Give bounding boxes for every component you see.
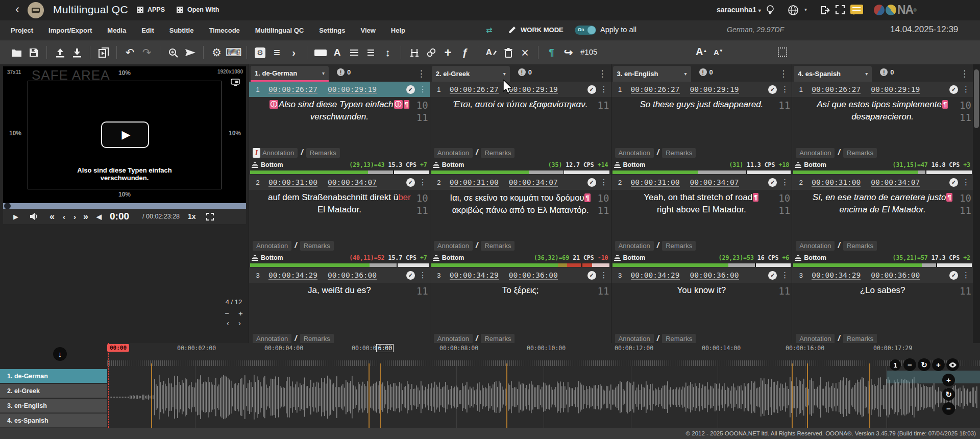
annotation-link[interactable]: Annotation [253,334,291,344]
row-menu-icon[interactable]: ⋮ [781,271,789,280]
tc-out[interactable]: 00:00:34:07 [871,178,920,187]
prev-frame-icon[interactable]: ‹ [63,212,65,221]
approve-check-icon[interactable]: ✓ [406,178,415,187]
wave-zoom-reset-icon[interactable]: ↻ [942,388,955,401]
approve-check-icon[interactable]: ✓ [949,178,958,187]
wave-zoom-out-icon[interactable]: − [942,402,955,415]
menu-timecode[interactable]: Timecode [201,27,247,34]
subtitle-text[interactable]: Sí, en ese tramo de carretera justo¶ enc… [792,190,973,239]
annotation-link[interactable]: Annotation [615,241,654,251]
subtitle-text[interactable]: ¿Lo sabes? 11 [792,283,973,332]
send-icon[interactable] [183,46,197,60]
menu-import-export[interactable]: Import/Export [41,27,100,34]
subtitle-text[interactable]: Έτσι, αυτοί οι τύποι εξαφανίστηκαν. 11 [430,97,611,146]
approve-check-icon[interactable]: ✓ [587,271,596,280]
row-menu-icon[interactable]: ⋮ [962,85,970,94]
wave-zoom-in-icon[interactable]: + [942,374,955,386]
list-menu-icon[interactable]: ≡ [270,46,284,60]
annotation-link[interactable]: Annotation [434,148,473,158]
remarks-link[interactable]: Remarks [662,241,696,251]
tc-in[interactable]: 00:00:34:29 [631,271,680,280]
download-icon[interactable] [70,46,84,60]
play-overlay-button[interactable]: ▶ [101,121,149,148]
row-menu-icon[interactable]: ⋮ [962,178,970,187]
approve-check-icon[interactable]: ✓ [587,85,596,94]
menu-multilingual-qc[interactable]: Multilingual QC [248,27,311,34]
trash-icon[interactable] [501,46,515,60]
approve-check-icon[interactable]: ✓ [768,85,777,94]
row-menu-icon[interactable]: ⋮ [419,178,427,187]
tc-in[interactable]: 00:00:31:00 [631,178,680,187]
volume-icon[interactable] [30,212,38,221]
remarks-link[interactable]: Remarks [481,241,514,251]
settings-gear-icon[interactable]: ⚙ [210,46,224,60]
auto-settings-icon[interactable]: ⚙ [253,46,267,60]
italic-format-icon[interactable]: ƒ [458,46,472,60]
apply-to-all-label[interactable]: Apply to all [600,26,636,34]
row-menu-icon[interactable]: ⋮ [781,85,789,94]
merge-icon[interactable] [407,46,421,60]
tc-out[interactable]: 00:00:29:19 [328,85,377,94]
track-de-german[interactable]: 1. de-German [0,369,107,383]
step-back-icon[interactable]: ◀ [96,213,102,221]
annotation-link[interactable]: Annotation [434,241,473,251]
language-select[interactable]: 1. de-German▾ [251,66,329,82]
globe-icon[interactable] [788,5,799,16]
remarks-link[interactable]: Remarks [662,334,696,344]
collapse-timeline-icon[interactable]: ↓ [53,347,67,361]
subtitle-block[interactable] [887,371,980,383]
font-decrease-icon[interactable]: A▼ [714,48,723,57]
remarks-link[interactable]: Remarks [843,148,877,158]
annotation-link[interactable]: Annotation [434,334,473,344]
tc-in[interactable]: 00:00:31:00 [812,178,861,187]
wrap-text-icon[interactable]: ↪ [561,46,575,60]
tc-in[interactable]: 00:00:34:29 [812,271,861,280]
remarks-link[interactable]: Remarks [481,334,514,344]
rewind-icon[interactable]: « [50,211,55,222]
language-select[interactable]: 3. en-English▾ [613,66,691,82]
remarks-link[interactable]: Remarks [481,148,514,158]
chevron-down-icon[interactable]: ▾ [804,7,807,12]
tc-out[interactable]: 00:00:36:00 [690,271,739,280]
row-menu-icon[interactable]: ⋮ [419,85,427,94]
media-document-icon[interactable] [96,46,110,60]
approve-check-icon[interactable]: ✓ [768,178,777,187]
menu-media[interactable]: Media [100,27,134,34]
annotation-link[interactable]: Annotation [259,148,298,158]
vertical-position-icon[interactable]: ↕ [381,46,395,60]
page-prev-icon[interactable]: ‹ [227,319,229,327]
menu-help[interactable]: Help [383,27,413,34]
track-en-english[interactable]: 3. en-English [0,399,107,413]
find-replace-icon[interactable] [166,46,180,60]
annotation-link[interactable]: Annotation [796,241,835,251]
menu-subtitle[interactable]: Subtitle [162,27,202,34]
font-increase-icon[interactable]: A▲ [696,46,707,58]
timeline-zoom-out-icon[interactable]: − [903,358,916,371]
edit-text-icon[interactable]: A [484,46,498,60]
subtitle-text[interactable]: Así que estos tipos simplemente¶ desapar… [792,97,973,146]
tc-out[interactable]: 00:00:29:19 [690,85,739,94]
upload-icon[interactable] [53,46,67,60]
open-with-menu[interactable]: Open With [177,6,219,13]
expand-more-icon[interactable]: › [287,46,301,60]
remarks-link[interactable]: Remarks [662,148,696,158]
playback-speed[interactable]: 1x [188,212,196,221]
row-menu-icon[interactable]: ⋮ [600,85,608,94]
tc-out[interactable]: 00:00:34:07 [328,178,377,187]
page-next-icon[interactable]: › [238,319,241,327]
subtitle-text[interactable]: Yeah, on that stretch of road¶ right abo… [611,190,792,239]
columns-scrollbar[interactable] [973,64,980,343]
subtitle-text[interactable]: Το ξέρεις; 11 [430,283,611,332]
connector-icon[interactable]: ⇄ [486,26,493,35]
remarks-link[interactable]: Remarks [843,241,877,251]
tc-in[interactable]: 00:00:31:00 [268,178,317,187]
language-select[interactable]: 2. el-Greek▾ [432,66,510,82]
keyboard-icon[interactable]: ⌨ [227,46,240,60]
subtitle-text[interactable]: Ja, weißt du es? 11 [249,283,430,332]
pencil-icon[interactable] [508,26,517,34]
tc-out[interactable]: 00:00:36:00 [328,271,377,280]
timeline-content[interactable]: 00:00:02:00 00:00:04:00 00:00:06:00 00:0… [107,343,980,428]
row-menu-icon[interactable]: ⋮ [781,178,789,187]
tc-in[interactable]: 00:00:34:29 [268,271,317,280]
menu-view[interactable]: View [353,27,383,34]
